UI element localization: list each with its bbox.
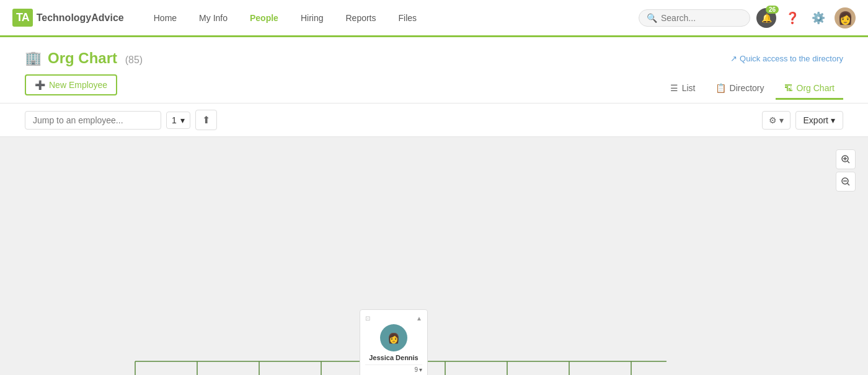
org-chart-area: ⊡ ▲ 👩 Jessica Dennis 9 ▾ ⊡ ▲ 👩 Maja Ande… xyxy=(0,137,868,375)
employee-name: Jessica Dennis xyxy=(369,354,418,362)
toolbar-right: ⚙ ▾ Export ▾ xyxy=(762,111,843,130)
avatar: 👩 xyxy=(380,324,407,351)
zoom-controls xyxy=(836,149,856,192)
zoom-in-button[interactable] xyxy=(836,149,856,169)
toolbar: 1 ▾ ⬆ ⚙ ▾ Export ▾ xyxy=(0,104,868,137)
nav-files[interactable]: Files xyxy=(388,0,428,37)
card-header: ⊡ ▲ xyxy=(365,315,422,322)
notification-badge: 26 xyxy=(766,6,779,14)
export-chevron-icon: ▾ xyxy=(831,115,835,125)
view-tabs: ☰ List 📋 Directory 🏗 Org Chart xyxy=(662,78,843,92)
action-row: ➕ New Employee ☰ List 📋 Directory 🏗 Org … xyxy=(25,74,843,103)
page-title-left: 🏢 Org Chart (85) xyxy=(25,50,143,67)
search-icon: 🔍 xyxy=(647,13,657,23)
zoom-out-button[interactable] xyxy=(836,172,856,192)
level-select[interactable]: 1 ▾ xyxy=(166,112,190,129)
export-button[interactable]: Export ▾ xyxy=(795,111,843,130)
expand-arrow[interactable]: ▲ xyxy=(416,315,422,322)
nav-right: 🔍 🔔 26 ❓ ⚙️ 👩 xyxy=(639,7,856,29)
tab-org-chart[interactable]: 🏗 Org Chart xyxy=(776,78,843,100)
directory-icon: 📋 xyxy=(715,83,726,93)
plus-icon: ➕ xyxy=(35,80,45,90)
card-control-icon: ⊡ xyxy=(365,315,370,322)
search-box[interactable]: 🔍 xyxy=(639,9,750,27)
zoom-out-icon xyxy=(841,177,851,187)
logo[interactable]: TA TechnologyAdvice xyxy=(12,9,124,27)
list-icon: ☰ xyxy=(670,83,678,93)
zoom-in-icon xyxy=(841,154,851,164)
jump-to-employee-input[interactable] xyxy=(25,111,161,130)
org-chart-icon: 🏢 xyxy=(25,50,42,66)
logo-text: TechnologyAdvice xyxy=(37,12,124,24)
tab-list[interactable]: ☰ List xyxy=(662,78,704,100)
settings-button[interactable]: ⚙️ xyxy=(808,8,828,28)
page-title: Org Chart (85) xyxy=(48,50,143,67)
chevron-down-icon: ▾ xyxy=(419,366,422,373)
svg-line-6 xyxy=(848,183,849,185)
nav-people[interactable]: People xyxy=(239,0,290,37)
chevron-down-icon: ▾ xyxy=(180,115,185,125)
nav-myinfo[interactable]: My Info xyxy=(188,0,239,37)
level-value: 1 xyxy=(172,115,177,125)
help-button[interactable]: ❓ xyxy=(782,8,802,28)
notification-button[interactable]: 🔔 26 xyxy=(756,8,776,28)
card-footer: 9 ▾ xyxy=(365,364,422,373)
nav-home[interactable]: Home xyxy=(143,0,188,37)
employee-count: (85) xyxy=(125,55,143,65)
emp-card-root[interactable]: ⊡ ▲ 👩 Jessica Dennis 9 ▾ xyxy=(360,309,428,375)
toolbar-left: 1 ▾ ⬆ xyxy=(25,110,217,130)
new-employee-button[interactable]: ➕ New Employee xyxy=(25,74,117,95)
connector-lines xyxy=(0,137,868,375)
org-chart-tab-icon: 🏗 xyxy=(784,83,793,93)
nav-hiring[interactable]: Hiring xyxy=(290,0,335,37)
settings-chevron-icon: ▾ xyxy=(779,115,784,125)
avatar-face: 👩 xyxy=(388,332,400,344)
top-navigation: TA TechnologyAdvice Home My Info People … xyxy=(0,0,868,37)
page-header: 🏢 Org Chart (85) ↗ Quick access to the d… xyxy=(0,37,868,104)
page-title-row: 🏢 Org Chart (85) ↗ Quick access to the d… xyxy=(25,50,843,74)
up-arrow-icon: ⬆ xyxy=(202,115,210,125)
nav-links: Home My Info People Hiring Reports Files xyxy=(143,0,639,35)
svg-line-3 xyxy=(848,161,849,163)
logo-icon: TA xyxy=(12,9,33,27)
external-link-icon: ↗ xyxy=(730,54,737,63)
gear-icon: ⚙ xyxy=(769,115,777,125)
nav-reports[interactable]: Reports xyxy=(334,0,387,37)
user-avatar[interactable]: 👩 xyxy=(835,7,856,29)
quick-access-link[interactable]: ↗ Quick access to the directory xyxy=(730,54,843,63)
avatar-icon: 👩 xyxy=(838,11,853,25)
tab-directory[interactable]: 📋 Directory xyxy=(707,78,773,100)
chart-settings-button[interactable]: ⚙ ▾ xyxy=(762,111,790,130)
navigate-up-button[interactable]: ⬆ xyxy=(195,110,217,130)
search-input[interactable] xyxy=(661,13,748,23)
expand-count[interactable]: 9 ▾ xyxy=(414,366,422,373)
